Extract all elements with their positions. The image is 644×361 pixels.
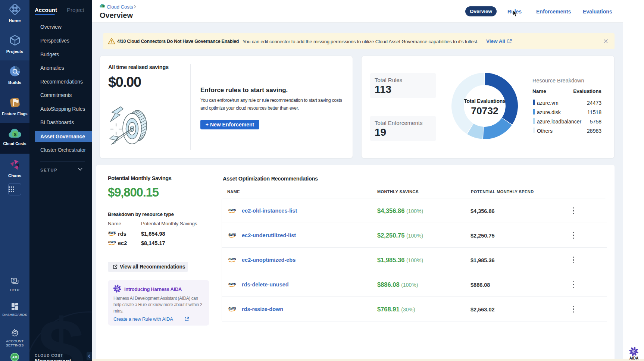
svg-text:aws: aws [228,306,236,310]
svg-text:aws: aws [108,230,116,235]
svg-text:?: ? [13,279,15,282]
svg-text:aws: aws [108,239,116,244]
svg-text:aws: aws [228,232,236,236]
svg-text:aws: aws [228,207,236,212]
svg-text:aws: aws [228,257,236,261]
svg-text:$: $ [102,5,104,8]
svg-text:$: $ [13,132,16,137]
svg-text:aws: aws [228,281,236,286]
